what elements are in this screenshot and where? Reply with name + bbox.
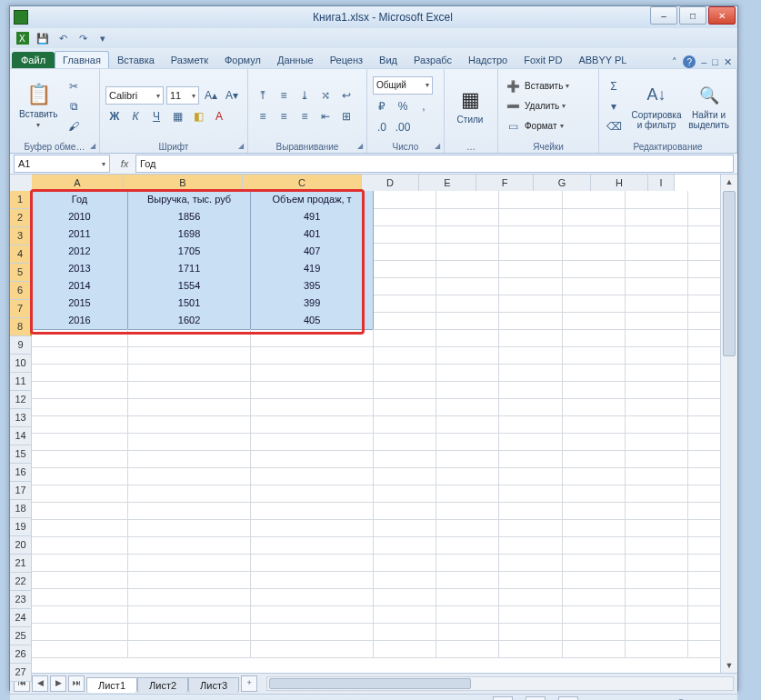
cell[interactable] <box>436 398 499 416</box>
cell[interactable] <box>499 554 562 572</box>
font-size-select[interactable]: 11▾ <box>166 86 199 105</box>
cell[interactable] <box>251 467 374 485</box>
sheet-tab[interactable]: Лист2 <box>137 677 188 693</box>
cell[interactable] <box>499 536 562 555</box>
cell[interactable] <box>128 381 251 399</box>
cell[interactable] <box>563 588 626 606</box>
cell[interactable] <box>499 381 562 399</box>
cell[interactable] <box>374 519 436 537</box>
row-header[interactable]: 17 <box>10 482 32 500</box>
cut-icon[interactable]: ✂ <box>65 77 83 95</box>
autosum-icon[interactable]: Σ <box>605 77 623 95</box>
row-header[interactable]: 16 <box>10 464 32 482</box>
sort-filter-button[interactable]: A↓ Сортировка и фильтр <box>630 81 683 132</box>
cell[interactable] <box>374 295 436 313</box>
row-header[interactable]: 2 <box>10 209 32 227</box>
cell[interactable] <box>251 415 374 434</box>
cell[interactable] <box>688 312 721 330</box>
cell[interactable] <box>436 329 499 347</box>
scroll-thumb[interactable] <box>723 191 736 356</box>
tab-вставка[interactable]: Вставка <box>109 51 163 68</box>
cell[interactable] <box>436 623 499 641</box>
undo-icon[interactable]: ↶ <box>55 31 70 45</box>
cell[interactable] <box>626 329 688 347</box>
cell[interactable] <box>436 346 499 365</box>
cell[interactable] <box>374 277 436 295</box>
cell[interactable]: 395 <box>251 277 374 295</box>
cell[interactable] <box>688 260 721 278</box>
cell[interactable] <box>374 208 436 226</box>
row-header[interactable]: 26 <box>10 645 32 664</box>
cell[interactable] <box>128 433 251 451</box>
cell[interactable] <box>374 605 436 624</box>
cell[interactable] <box>563 329 626 347</box>
decrease-decimal-icon[interactable]: .00 <box>394 118 412 136</box>
column-header[interactable]: H <box>591 175 648 192</box>
cell[interactable] <box>626 450 688 468</box>
row-header[interactable]: 5 <box>10 264 32 282</box>
column-header[interactable]: D <box>362 175 419 192</box>
row-header[interactable]: 4 <box>10 245 32 264</box>
cell[interactable] <box>32 519 128 537</box>
cell[interactable] <box>32 364 128 382</box>
cell[interactable]: 491 <box>251 208 374 226</box>
cell[interactable] <box>251 364 374 382</box>
row-header[interactable]: 15 <box>10 445 32 464</box>
delete-cells-icon[interactable]: ➖ <box>504 97 522 115</box>
select-all-corner[interactable] <box>10 175 33 192</box>
cell[interactable] <box>251 588 374 606</box>
maximize-button[interactable]: □ <box>679 6 706 25</box>
row-header[interactable]: 20 <box>10 536 32 555</box>
cell[interactable] <box>626 260 688 278</box>
cell[interactable] <box>436 312 499 330</box>
cell[interactable] <box>436 588 499 606</box>
column-header[interactable]: B <box>124 175 243 193</box>
save-icon[interactable]: 💾 <box>35 31 50 45</box>
cell[interactable] <box>32 605 128 624</box>
cell[interactable] <box>499 225 562 244</box>
align-left-icon[interactable]: ≡ <box>254 107 272 125</box>
sheet-tab[interactable]: Лист1 <box>86 677 137 693</box>
cell[interactable] <box>499 191 562 209</box>
cell[interactable] <box>688 623 721 641</box>
cell[interactable] <box>32 381 128 399</box>
italic-button[interactable]: К <box>126 107 145 125</box>
cell[interactable] <box>32 450 128 468</box>
cell[interactable] <box>436 502 499 520</box>
row-header[interactable]: 18 <box>10 500 32 518</box>
tab-главная[interactable]: Главная <box>55 51 109 68</box>
find-select-button[interactable]: 🔍 Найти и выделить <box>686 81 731 132</box>
cell[interactable] <box>563 346 626 365</box>
cell[interactable] <box>251 381 374 399</box>
cell[interactable] <box>626 208 688 226</box>
cell[interactable] <box>563 208 626 226</box>
row-header[interactable]: 23 <box>10 591 32 609</box>
cell[interactable] <box>436 519 499 537</box>
cell[interactable] <box>688 433 721 451</box>
increase-decimal-icon[interactable]: .0 <box>373 118 391 136</box>
cell[interactable] <box>374 381 436 399</box>
ribbon-minimize-icon[interactable]: ˄ <box>672 56 677 68</box>
row-header[interactable]: 14 <box>10 427 32 445</box>
decrease-indent-icon[interactable]: ⇤ <box>316 107 335 125</box>
column-header[interactable]: A <box>32 175 124 193</box>
cell[interactable] <box>499 623 562 641</box>
cell[interactable] <box>436 381 499 399</box>
insert-cells-icon[interactable]: ➕ <box>504 77 522 95</box>
cell[interactable] <box>128 502 251 520</box>
cell[interactable]: 419 <box>251 260 374 278</box>
cell[interactable] <box>251 640 374 658</box>
cell[interactable] <box>563 502 626 520</box>
cell[interactable] <box>626 277 688 295</box>
cell[interactable] <box>374 588 436 606</box>
cell[interactable] <box>688 191 721 209</box>
cell[interactable] <box>374 536 436 555</box>
cell[interactable] <box>499 243 562 261</box>
cell[interactable] <box>436 605 499 624</box>
cell[interactable] <box>32 329 128 347</box>
format-label[interactable]: Формат <box>525 121 557 131</box>
cell[interactable]: 1711 <box>128 260 251 278</box>
row-header[interactable]: 8 <box>10 318 32 336</box>
tab-формул[interactable]: Формул <box>216 51 269 68</box>
cell[interactable] <box>251 554 374 572</box>
